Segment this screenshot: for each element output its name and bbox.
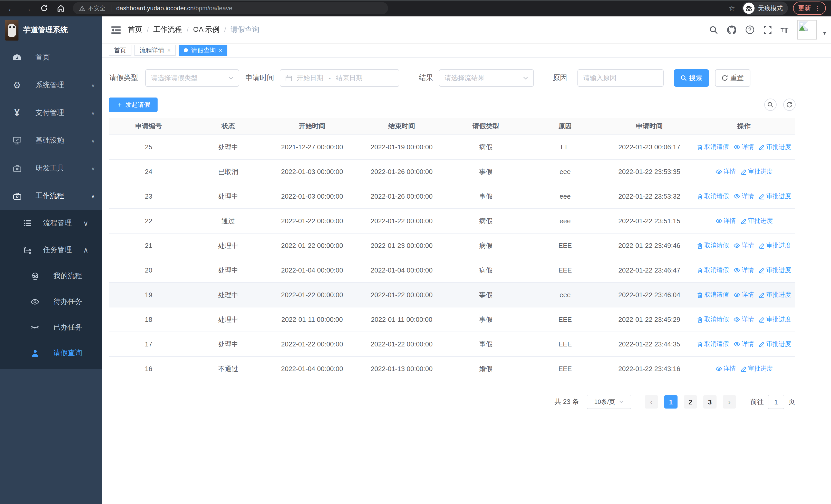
sidebar-collapse-icon[interactable] — [102, 26, 128, 34]
sidebar-item-label: 我的流程 — [53, 271, 82, 281]
sidebar-item-workflow[interactable]: 工作流程 ∧ — [0, 182, 102, 210]
progress-link[interactable]: 审批进度 — [740, 216, 773, 225]
progress-link[interactable]: 审批进度 — [758, 340, 791, 349]
detail-link[interactable]: 详情 — [734, 291, 754, 299]
detail-link[interactable]: 详情 — [715, 216, 736, 225]
tab-home[interactable]: 首页 — [109, 45, 132, 56]
cancel-leave-link[interactable]: 取消请假 — [697, 241, 729, 250]
sidebar-item-devtools[interactable]: 研发工具 ∨ — [0, 154, 102, 182]
font-size-icon[interactable]: TT — [781, 25, 789, 34]
cell-id: 21 — [109, 242, 189, 249]
sidebar-item-system[interactable]: ⚙ 系统管理 ∨ — [0, 71, 102, 99]
gear-icon: ⚙ — [12, 80, 22, 91]
security-chip[interactable]: 不安全 — [79, 4, 106, 12]
tab-process-detail[interactable]: 流程详情 × — [135, 45, 176, 56]
reason-input[interactable]: 请输入原因 — [577, 69, 664, 87]
eye-icon — [715, 169, 722, 174]
browser-reload-icon[interactable] — [38, 2, 50, 14]
progress-link[interactable]: 审批进度 — [758, 315, 791, 324]
breadcrumb-separator: / — [147, 26, 149, 34]
address-bar[interactable]: 不安全 dashboard.yudao.iocoder.cn/bpm/oa/le… — [73, 2, 388, 14]
search-icon[interactable] — [709, 25, 718, 34]
page-button-1[interactable]: 1 — [664, 395, 678, 409]
detail-link[interactable]: 详情 — [734, 340, 754, 349]
sidebar-item-label: 支付管理 — [35, 108, 78, 118]
table-header-row: 申请编号 状态 开始时间 结束时间 请假类型 原因 申请时间 操作 — [109, 118, 795, 135]
progress-link[interactable]: 审批进度 — [740, 364, 773, 373]
browser-forward-icon[interactable]: → — [22, 2, 34, 14]
table-row: 22 通过 2022-01-22 00:00:00 2022-01-22 00:… — [109, 209, 795, 234]
pen-icon — [758, 317, 765, 323]
reset-button[interactable]: 重置 — [715, 69, 750, 87]
breadcrumb-item[interactable]: OA 示例 — [193, 25, 220, 34]
search-icon — [680, 75, 687, 81]
github-icon[interactable] — [727, 25, 737, 34]
result-select[interactable]: 请选择流结果 — [439, 69, 534, 87]
cancel-leave-link[interactable]: 取消请假 — [697, 340, 729, 349]
fullscreen-icon[interactable] — [763, 25, 772, 34]
detail-link[interactable]: 详情 — [715, 167, 736, 176]
date-range-input[interactable]: 开始日期 - 结束日期 — [280, 69, 399, 87]
sidebar-item-done-tasks[interactable]: 已办任务 — [0, 315, 102, 340]
browser-toolbar: ← → 不安全 dashboard.yudao.iocoder.cn/bpm/o… — [0, 0, 831, 17]
sidebar-item-task-mgmt[interactable]: 任务管理 ∧ — [0, 237, 102, 263]
bookmark-star-icon[interactable]: ☆ — [728, 4, 735, 12]
cancel-leave-link[interactable]: 取消请假 — [697, 143, 729, 151]
detail-link[interactable]: 详情 — [734, 192, 754, 201]
breadcrumb-item[interactable]: 首页 — [128, 25, 142, 34]
progress-link[interactable]: 审批进度 — [758, 241, 791, 250]
avatar[interactable] — [797, 20, 816, 39]
detail-link[interactable]: 详情 — [734, 266, 754, 274]
search-button[interactable]: 搜索 — [674, 69, 709, 87]
page-size-select[interactable]: 10条/页 — [587, 395, 631, 409]
sidebar-item-leave-query[interactable]: 请假查询 — [0, 340, 102, 366]
progress-link[interactable]: 审批进度 — [758, 266, 791, 274]
cancel-leave-link[interactable]: 取消请假 — [697, 291, 729, 299]
close-icon[interactable]: × — [219, 48, 222, 53]
cell-type: 病假 — [447, 266, 524, 275]
cell-id: 24 — [109, 168, 189, 176]
sidebar-item-home[interactable]: 首页 — [0, 43, 102, 71]
detail-link[interactable]: 详情 — [734, 241, 754, 250]
cell-start: 2022-01-22 00:00:00 — [268, 242, 356, 249]
cancel-leave-link[interactable]: 取消请假 — [697, 315, 729, 324]
next-page-button[interactable]: › — [723, 395, 736, 409]
table-row: 18 处理中 2022-01-11 00:00:00 2022-01-11 00… — [109, 307, 795, 332]
progress-link[interactable]: 审批进度 — [740, 167, 773, 176]
progress-link[interactable]: 审批进度 — [758, 143, 791, 151]
help-icon[interactable] — [745, 25, 754, 34]
progress-link[interactable]: 审批进度 — [758, 192, 791, 201]
detail-link[interactable]: 详情 — [734, 143, 754, 151]
cancel-leave-link[interactable]: 取消请假 — [697, 192, 729, 201]
browser-update-button[interactable]: 更新 ⋮ — [793, 2, 826, 15]
sidebar-item-todo-tasks[interactable]: 待办任务 — [0, 289, 102, 315]
tab-leave-query[interactable]: 请假查询 × — [179, 45, 227, 56]
detail-link[interactable]: 详情 — [734, 315, 754, 324]
detail-link[interactable]: 详情 — [715, 364, 736, 373]
page-button-2[interactable]: 2 — [684, 395, 697, 409]
sidebar-item-my-process[interactable]: 我的流程 — [0, 263, 102, 289]
refresh-table-icon[interactable] — [783, 98, 796, 111]
goto-label: 前往 — [750, 397, 764, 407]
sidebar-item-label: 任务管理 — [43, 245, 72, 255]
create-leave-button[interactable]: ＋ 发起请假 — [109, 97, 157, 112]
cell-id: 23 — [109, 192, 189, 200]
plus-icon: ＋ — [116, 100, 123, 109]
sidebar-item-payment[interactable]: ¥ 支付管理 ∨ — [0, 99, 102, 127]
sidebar-item-infra[interactable]: 基础设施 ∨ — [0, 127, 102, 154]
progress-link[interactable]: 审批进度 — [758, 291, 791, 299]
browser-back-icon[interactable]: ← — [5, 2, 18, 14]
sidebar-item-process-mgmt[interactable]: 流程管理 ∨ — [0, 210, 102, 237]
goto-page-input[interactable]: 1 — [768, 395, 784, 409]
close-icon[interactable]: × — [167, 48, 171, 53]
page-button-3[interactable]: 3 — [703, 395, 717, 409]
hide-search-icon[interactable] — [764, 98, 777, 111]
avatar-caret-icon[interactable]: ▼ — [822, 31, 827, 36]
leave-type-select[interactable]: 请选择请假类型 — [145, 69, 239, 87]
browser-home-icon[interactable] — [54, 2, 67, 14]
prev-page-button[interactable]: ‹ — [645, 395, 658, 409]
cancel-leave-link[interactable]: 取消请假 — [697, 266, 729, 274]
app-logo[interactable]: 芋道管理系统 — [0, 17, 102, 43]
breadcrumb-item[interactable]: 工作流程 — [153, 25, 182, 34]
browser-menu-icon[interactable]: ⋮ — [814, 6, 821, 11]
